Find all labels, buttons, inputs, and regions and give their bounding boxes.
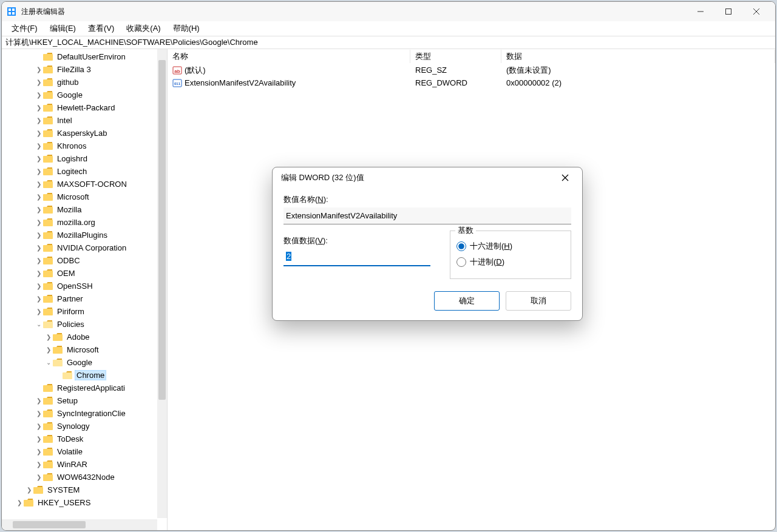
tree-chevron-icon[interactable]: ❯ — [35, 92, 43, 98]
tree-chevron-icon[interactable]: ❯ — [35, 283, 43, 289]
menu-help[interactable]: 帮助(H) — [167, 22, 206, 35]
tree-chevron-icon[interactable]: ❯ — [35, 66, 43, 73]
tree-item[interactable]: ❯HKEY_USERS — [2, 496, 157, 509]
tree-chevron-icon[interactable]: ❯ — [35, 168, 43, 175]
name-field-input[interactable] — [283, 207, 571, 224]
tree-vertical-scrollbar[interactable] — [157, 49, 167, 518]
tree-item[interactable]: DefaultUserEnviron — [2, 50, 157, 63]
tree-chevron-icon[interactable]: ⌄ — [44, 359, 53, 366]
tree-item[interactable]: ❯ODBC — [2, 254, 157, 267]
col-header-data[interactable]: 数据 — [501, 50, 775, 63]
menu-edit[interactable]: 编辑(E) — [44, 22, 82, 35]
tree-chevron-icon[interactable]: ❯ — [35, 232, 43, 238]
tree-chevron-icon[interactable]: ❯ — [35, 244, 43, 251]
menu-view[interactable]: 查看(V) — [82, 22, 120, 35]
tree-chevron-icon[interactable]: ❯ — [35, 423, 43, 429]
tree-item[interactable]: ❯MozillaPlugins — [2, 229, 157, 241]
tree-item-label: Synology — [55, 422, 91, 431]
tree-item[interactable]: ❯SYSTEM — [2, 483, 157, 496]
tree-item[interactable]: ❯Khronos — [2, 140, 157, 152]
list-row[interactable]: 011ExtensionManifestV2Availability REG_D… — [168, 76, 775, 89]
ok-button[interactable]: 确定 — [434, 291, 500, 311]
tree-horizontal-scrollbar[interactable] — [2, 519, 157, 530]
tree-chevron-icon[interactable]: ❯ — [35, 410, 43, 417]
tree-item[interactable]: ❯mozilla.org — [2, 216, 157, 229]
tree-item[interactable]: ❯WOW6432Node — [2, 471, 157, 483]
radio-hex-input[interactable] — [456, 241, 466, 251]
tree-item[interactable]: ❯Piriform — [2, 305, 157, 318]
tree-chevron-icon[interactable]: ❯ — [35, 104, 43, 111]
tree-item[interactable]: ❯ToDesk — [2, 433, 157, 445]
tree-item[interactable]: ❯Microsoft — [2, 343, 157, 356]
tree-item[interactable]: ❯Synology — [2, 420, 157, 433]
tree-item[interactable]: ❯FileZilla 3 — [2, 63, 157, 76]
tree-chevron-icon[interactable]: ❯ — [35, 206, 43, 213]
tree-chevron-icon[interactable]: ❯ — [35, 270, 43, 277]
tree-item[interactable]: ❯KasperskyLab — [2, 127, 157, 140]
tree-item[interactable]: RegisteredApplicati — [2, 382, 157, 394]
tree-item[interactable]: ❯Partner — [2, 292, 157, 305]
tree-item[interactable]: ❯Volatile — [2, 445, 157, 458]
list-row[interactable]: ab(默认) REG_SZ (数值未设置) — [168, 64, 775, 76]
tree-item[interactable]: ⌄Google — [2, 356, 157, 369]
tree-chevron-icon[interactable]: ❯ — [35, 181, 43, 187]
tree-chevron-icon[interactable]: ❯ — [35, 308, 43, 315]
radio-dec[interactable]: 十进制(D) — [456, 257, 565, 268]
tree-chevron-icon[interactable]: ❯ — [35, 79, 43, 86]
maximize-button[interactable] — [714, 2, 742, 21]
tree-item[interactable]: ❯Intel — [2, 114, 157, 127]
menu-file[interactable]: 文件(F) — [5, 22, 44, 35]
tree-chevron-icon[interactable]: ❯ — [35, 155, 43, 162]
svg-rect-38 — [43, 423, 53, 430]
tree-item[interactable]: Chrome — [2, 369, 157, 382]
tree-chevron-icon[interactable]: ❯ — [35, 143, 43, 149]
tree-item[interactable]: ❯SyncIntegrationClie — [2, 407, 157, 420]
tree-chevron-icon[interactable]: ❯ — [35, 474, 43, 480]
scroll-thumb[interactable] — [13, 521, 86, 528]
tree-chevron-icon[interactable]: ❯ — [35, 448, 43, 455]
tree-chevron-icon[interactable]: ❯ — [44, 346, 53, 353]
tree-item[interactable]: ❯WinRAR — [2, 458, 157, 471]
minimize-button[interactable] — [687, 2, 714, 21]
tree-chevron-icon[interactable]: ❯ — [35, 436, 43, 442]
tree-item[interactable]: ❯MAXSOFT-OCRON — [2, 178, 157, 190]
tree-item[interactable]: ❯Hewlett-Packard — [2, 101, 157, 114]
radio-dec-input[interactable] — [456, 257, 466, 267]
tree-item[interactable]: ❯OpenSSH — [2, 280, 157, 292]
tree-item[interactable]: ❯Logitech — [2, 165, 157, 178]
tree-chevron-icon[interactable]: ❯ — [15, 499, 24, 506]
tree-chevron-icon[interactable]: ❯ — [35, 397, 43, 404]
svg-rect-19 — [43, 181, 53, 188]
tree-item[interactable]: ⌄Policies — [2, 318, 157, 331]
tree-item[interactable]: ❯Mozilla — [2, 203, 157, 216]
tree-chevron-icon[interactable]: ❯ — [25, 487, 33, 493]
close-button[interactable] — [742, 2, 770, 21]
tree-item[interactable]: ❯Logishrd — [2, 152, 157, 165]
tree-chevron-icon[interactable]: ❯ — [35, 219, 43, 226]
tree-chevron-icon[interactable]: ❯ — [35, 461, 43, 468]
tree-chevron-icon[interactable]: ❯ — [35, 117, 43, 124]
dialog-close-button[interactable] — [557, 169, 574, 186]
svg-rect-14 — [43, 118, 53, 124]
tree-item[interactable]: ❯Adobe — [2, 331, 157, 343]
address-bar[interactable]: 计算机\HKEY_LOCAL_MACHINE\SOFTWARE\Policies… — [2, 36, 775, 49]
tree-chevron-icon[interactable]: ❯ — [35, 295, 43, 302]
tree-chevron-icon[interactable]: ❯ — [44, 334, 53, 340]
menu-favorites[interactable]: 收藏夹(A) — [120, 22, 166, 35]
col-header-type[interactable]: 类型 — [410, 50, 501, 63]
scroll-thumb[interactable] — [158, 60, 166, 400]
tree-chevron-icon[interactable]: ⌄ — [35, 321, 43, 328]
tree-item[interactable]: ❯OEM — [2, 267, 157, 280]
tree-item[interactable]: ❯Google — [2, 89, 157, 101]
col-header-name[interactable]: 名称 — [168, 50, 410, 63]
tree-item[interactable]: ❯Setup — [2, 394, 157, 407]
tree-chevron-icon[interactable]: ❯ — [35, 194, 43, 200]
radio-hex[interactable]: 十六进制(H) — [456, 241, 565, 252]
tree-chevron-icon[interactable]: ❯ — [35, 257, 43, 264]
tree-chevron-icon[interactable]: ❯ — [35, 130, 43, 136]
tree-item[interactable]: ❯github — [2, 76, 157, 89]
tree-item[interactable]: ❯Microsoft — [2, 190, 157, 203]
data-field-input[interactable] — [283, 249, 430, 266]
tree-item[interactable]: ❯NVIDIA Corporation — [2, 241, 157, 254]
cancel-button[interactable]: 取消 — [506, 291, 571, 311]
